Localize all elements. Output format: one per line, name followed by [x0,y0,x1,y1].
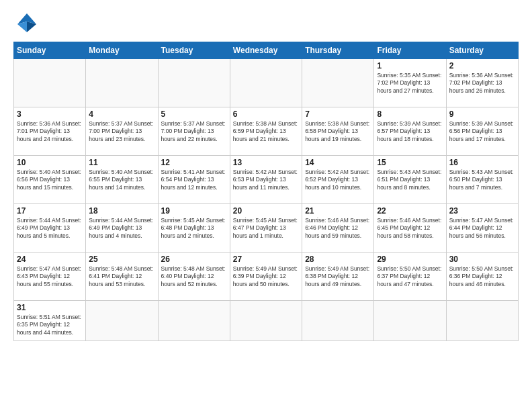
day-info: Sunrise: 5:49 AM Sunset: 6:39 PM Dayligh… [233,265,299,288]
calendar-header: SundayMondayTuesdayWednesdayThursdayFrid… [14,42,519,59]
day-cell: 15Sunrise: 5:43 AM Sunset: 6:51 PM Dayli… [374,156,446,204]
day-cell: 27Sunrise: 5:49 AM Sunset: 6:39 PM Dayli… [230,253,302,301]
day-cell: 9Sunrise: 5:39 AM Sunset: 6:56 PM Daylig… [446,107,518,156]
day-number: 3 [17,109,83,119]
week-row-5: 24Sunrise: 5:47 AM Sunset: 6:43 PM Dayli… [14,253,519,301]
day-cell: 14Sunrise: 5:42 AM Sunset: 6:52 PM Dayli… [302,156,374,204]
day-cell [374,301,446,341]
week-row-4: 17Sunrise: 5:44 AM Sunset: 6:49 PM Dayli… [14,204,519,253]
day-number: 19 [161,206,227,216]
day-cell: 20Sunrise: 5:45 AM Sunset: 6:47 PM Dayli… [230,204,302,253]
day-cell [302,301,374,341]
day-info: Sunrise: 5:47 AM Sunset: 6:44 PM Dayligh… [449,217,515,240]
day-cell: 28Sunrise: 5:49 AM Sunset: 6:38 PM Dayli… [302,253,374,301]
day-number: 20 [233,206,299,216]
day-info: Sunrise: 5:48 AM Sunset: 6:40 PM Dayligh… [161,265,227,288]
day-info: Sunrise: 5:41 AM Sunset: 6:54 PM Dayligh… [161,169,227,191]
page: SundayMondayTuesdayWednesdayThursdayFrid… [0,0,532,348]
day-cell: 31Sunrise: 5:51 AM Sunset: 6:35 PM Dayli… [14,301,86,341]
day-number: 21 [305,206,371,216]
day-number: 2 [449,61,515,71]
day-info: Sunrise: 5:50 AM Sunset: 6:36 PM Dayligh… [449,265,515,288]
day-info: Sunrise: 5:42 AM Sunset: 6:53 PM Dayligh… [233,169,299,191]
logo [13,11,39,35]
logo-icon [15,11,39,35]
day-info: Sunrise: 5:47 AM Sunset: 6:43 PM Dayligh… [17,265,83,288]
day-cell: 13Sunrise: 5:42 AM Sunset: 6:53 PM Dayli… [230,156,302,204]
weekday-monday: Monday [86,42,158,59]
day-cell: 8Sunrise: 5:39 AM Sunset: 6:57 PM Daylig… [374,107,446,156]
weekday-friday: Friday [374,42,446,59]
day-info: Sunrise: 5:44 AM Sunset: 6:49 PM Dayligh… [89,217,154,240]
day-cell [86,301,158,341]
weekday-thursday: Thursday [302,42,374,59]
weekday-saturday: Saturday [446,42,518,59]
day-number: 28 [305,255,371,264]
day-info: Sunrise: 5:46 AM Sunset: 6:46 PM Dayligh… [305,217,371,240]
day-number: 10 [17,158,83,167]
day-number: 27 [233,255,299,264]
day-cell: 10Sunrise: 5:40 AM Sunset: 6:56 PM Dayli… [14,156,86,204]
day-cell [86,59,158,107]
day-number: 4 [89,109,154,119]
week-row-1: 1Sunrise: 5:35 AM Sunset: 7:02 PM Daylig… [14,59,519,107]
day-info: Sunrise: 5:38 AM Sunset: 6:58 PM Dayligh… [305,120,371,143]
day-cell: 2Sunrise: 5:36 AM Sunset: 7:02 PM Daylig… [446,59,518,107]
day-cell [230,59,302,107]
day-number: 22 [377,206,443,216]
day-number: 11 [89,158,154,167]
day-info: Sunrise: 5:40 AM Sunset: 6:55 PM Dayligh… [89,169,154,191]
day-info: Sunrise: 5:39 AM Sunset: 6:56 PM Dayligh… [449,120,515,143]
day-info: Sunrise: 5:37 AM Sunset: 7:00 PM Dayligh… [161,120,227,143]
day-cell: 7Sunrise: 5:38 AM Sunset: 6:58 PM Daylig… [302,107,374,156]
day-number: 5 [161,109,227,119]
day-cell [14,59,86,107]
day-info: Sunrise: 5:50 AM Sunset: 6:37 PM Dayligh… [377,265,443,288]
day-cell [158,301,230,341]
weekday-header-row: SundayMondayTuesdayWednesdayThursdayFrid… [14,42,519,59]
day-info: Sunrise: 5:35 AM Sunset: 7:02 PM Dayligh… [377,72,443,95]
day-info: Sunrise: 5:38 AM Sunset: 6:59 PM Dayligh… [233,120,299,143]
day-cell: 4Sunrise: 5:37 AM Sunset: 7:00 PM Daylig… [86,107,158,156]
day-info: Sunrise: 5:36 AM Sunset: 7:02 PM Dayligh… [449,72,515,95]
day-info: Sunrise: 5:42 AM Sunset: 6:52 PM Dayligh… [305,169,371,191]
day-cell: 5Sunrise: 5:37 AM Sunset: 7:00 PM Daylig… [158,107,230,156]
day-cell: 24Sunrise: 5:47 AM Sunset: 6:43 PM Dayli… [14,253,86,301]
day-number: 26 [161,255,227,264]
day-cell [230,301,302,341]
day-number: 15 [377,158,443,167]
day-cell: 30Sunrise: 5:50 AM Sunset: 6:36 PM Dayli… [446,253,518,301]
day-number: 14 [305,158,371,167]
day-number: 13 [233,158,299,167]
day-info: Sunrise: 5:36 AM Sunset: 7:01 PM Dayligh… [17,120,83,143]
day-info: Sunrise: 5:43 AM Sunset: 6:50 PM Dayligh… [449,169,515,191]
day-info: Sunrise: 5:43 AM Sunset: 6:51 PM Dayligh… [377,169,443,191]
day-cell: 18Sunrise: 5:44 AM Sunset: 6:49 PM Dayli… [86,204,158,253]
weekday-wednesday: Wednesday [230,42,302,59]
day-number: 25 [89,255,154,264]
day-info: Sunrise: 5:45 AM Sunset: 6:48 PM Dayligh… [161,217,227,240]
day-info: Sunrise: 5:37 AM Sunset: 7:00 PM Dayligh… [89,120,154,143]
day-cell: 12Sunrise: 5:41 AM Sunset: 6:54 PM Dayli… [158,156,230,204]
day-number: 16 [449,158,515,167]
day-cell: 11Sunrise: 5:40 AM Sunset: 6:55 PM Dayli… [86,156,158,204]
week-row-3: 10Sunrise: 5:40 AM Sunset: 6:56 PM Dayli… [14,156,519,204]
day-cell: 23Sunrise: 5:47 AM Sunset: 6:44 PM Dayli… [446,204,518,253]
header [13,11,519,35]
day-cell: 19Sunrise: 5:45 AM Sunset: 6:48 PM Dayli… [158,204,230,253]
week-row-6: 31Sunrise: 5:51 AM Sunset: 6:35 PM Dayli… [14,301,519,341]
day-info: Sunrise: 5:44 AM Sunset: 6:49 PM Dayligh… [17,217,83,240]
day-cell: 22Sunrise: 5:46 AM Sunset: 6:45 PM Dayli… [374,204,446,253]
day-number: 1 [377,61,443,71]
day-info: Sunrise: 5:48 AM Sunset: 6:41 PM Dayligh… [89,265,154,288]
day-cell: 1Sunrise: 5:35 AM Sunset: 7:02 PM Daylig… [374,59,446,107]
day-info: Sunrise: 5:39 AM Sunset: 6:57 PM Dayligh… [377,120,443,143]
calendar-table: SundayMondayTuesdayWednesdayThursdayFrid… [13,42,519,341]
day-info: Sunrise: 5:46 AM Sunset: 6:45 PM Dayligh… [377,217,443,240]
day-number: 23 [449,206,515,216]
day-info: Sunrise: 5:40 AM Sunset: 6:56 PM Dayligh… [17,169,83,191]
day-info: Sunrise: 5:49 AM Sunset: 6:38 PM Dayligh… [305,265,371,288]
day-cell: 6Sunrise: 5:38 AM Sunset: 6:59 PM Daylig… [230,107,302,156]
day-cell: 25Sunrise: 5:48 AM Sunset: 6:41 PM Dayli… [86,253,158,301]
day-cell: 16Sunrise: 5:43 AM Sunset: 6:50 PM Dayli… [446,156,518,204]
